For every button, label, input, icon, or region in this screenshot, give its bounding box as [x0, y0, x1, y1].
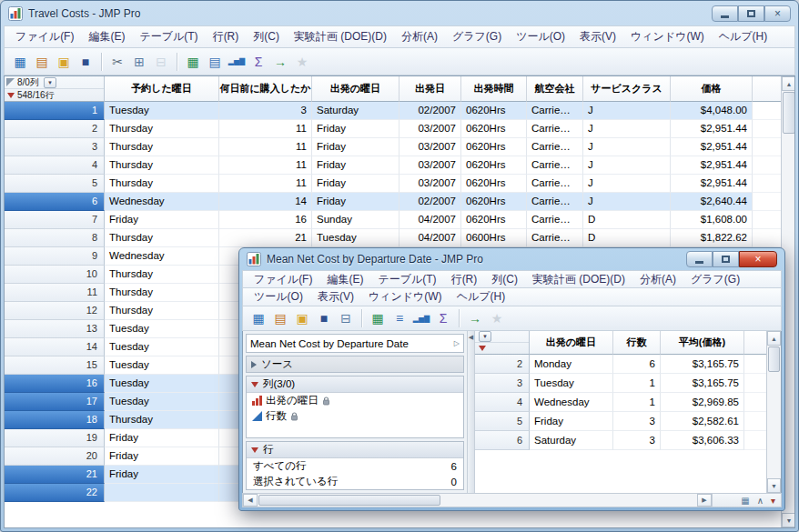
save-table-icon[interactable]: ■	[314, 308, 334, 328]
row-number-cell[interactable]: 3	[5, 138, 105, 156]
row-number-cell[interactable]: 22	[5, 484, 105, 502]
row-number-cell[interactable]: 9	[5, 247, 105, 266]
row-number-cell[interactable]: 5	[475, 412, 530, 431]
popup-horizontal-scrollbar[interactable]: ◀ ▶ ▦ ∧ ▾	[242, 493, 782, 507]
menu-item[interactable]: 編集(E)	[81, 26, 132, 47]
cell[interactable]: Friday	[312, 156, 400, 175]
row-number-cell[interactable]: 6	[5, 193, 105, 211]
row-number-cell[interactable]: 10	[5, 266, 105, 284]
row-number-cell[interactable]: 12	[5, 302, 105, 320]
menu-item[interactable]: 分析(A)	[632, 269, 683, 290]
row-number-cell[interactable]: 16	[5, 375, 105, 393]
menu-item[interactable]: ツール(O)	[247, 286, 310, 307]
cell[interactable]: $2,951.44	[671, 156, 753, 175]
cell[interactable]: Wednesday	[530, 393, 613, 412]
popup-minimize-button[interactable]	[686, 251, 713, 267]
source-panel[interactable]: ソース	[246, 356, 464, 373]
cell[interactable]: Wednesday	[105, 247, 219, 266]
menu-item[interactable]: ヘルプ(H)	[712, 26, 775, 47]
chart-icon[interactable]: ▂▅▇	[411, 308, 431, 328]
new-journal-icon[interactable]: ▤	[32, 52, 52, 72]
cell[interactable]: 11	[219, 120, 312, 138]
cell[interactable]: 1	[613, 393, 661, 412]
cell[interactable]: $2,640.44	[671, 193, 753, 211]
row-number-cell[interactable]: 6	[475, 431, 530, 450]
popup-close-button[interactable]: ×	[739, 251, 777, 267]
cell[interactable]: Thursday	[105, 411, 219, 429]
row-number-cell[interactable]: 2	[5, 120, 105, 138]
scroll-thumb[interactable]	[258, 495, 440, 506]
cell[interactable]: Friday	[312, 120, 400, 138]
menu-item[interactable]: ファイル(F)	[8, 26, 81, 47]
main-titlebar[interactable]: Travel Costs - JMP Pro ×	[4, 1, 795, 25]
column-header[interactable]: 出発の曜日	[312, 76, 400, 102]
cell[interactable]: Monday	[530, 355, 613, 374]
cell[interactable]: 3	[613, 431, 661, 450]
row-number-cell[interactable]: 8	[5, 229, 105, 247]
run-script-icon[interactable]: →	[465, 308, 485, 328]
cell[interactable]: 04/2007	[400, 211, 461, 229]
row-number-cell[interactable]: 3	[475, 374, 530, 393]
cell[interactable]: Thursday	[105, 266, 219, 284]
cell[interactable]: $1,608.00	[671, 211, 753, 229]
cell[interactable]: 03/2007	[400, 120, 461, 138]
open-table-icon[interactable]: ▣	[292, 308, 312, 328]
row-number-cell[interactable]: 17	[5, 393, 105, 411]
minimize-button[interactable]	[712, 5, 738, 22]
column-item[interactable]: 出発の曜日	[247, 393, 463, 408]
rows-red-triangle-icon[interactable]	[7, 93, 15, 98]
cell[interactable]	[105, 484, 219, 502]
column-header[interactable]: 航空会社	[527, 76, 583, 102]
row-number-cell[interactable]: 7	[5, 211, 105, 229]
maximize-button[interactable]	[738, 5, 764, 22]
popup-columns-dropdown-button[interactable]: ▼	[479, 331, 491, 342]
cell[interactable]: 3	[613, 412, 661, 431]
cell[interactable]: 0620Hrs	[461, 156, 527, 175]
cell[interactable]: 0620Hrs	[461, 102, 527, 120]
copy-icon[interactable]: ⊞	[129, 52, 149, 72]
column-header[interactable]: 予約した曜日	[105, 76, 219, 102]
cell[interactable]: 0600Hrs	[461, 229, 527, 247]
cell[interactable]: Wednesday	[105, 193, 219, 211]
red-triangle-icon[interactable]: ▾	[771, 496, 775, 506]
row-number-cell[interactable]: 18	[5, 411, 105, 429]
cell[interactable]: Tuesday	[105, 338, 219, 356]
chart-icon[interactable]: ▂▅▇	[227, 52, 247, 72]
cell[interactable]: Tuesday	[312, 229, 400, 247]
menu-item[interactable]: ウィンドウ(W)	[623, 26, 712, 47]
cell[interactable]: 04/2007	[400, 229, 461, 247]
menu-item[interactable]: グラフ(G)	[683, 269, 747, 290]
scroll-track[interactable]	[441, 494, 697, 507]
cell[interactable]: $2,951.44	[671, 120, 753, 138]
formula-icon[interactable]: Σ	[433, 308, 453, 328]
cell[interactable]: Sunday	[312, 211, 400, 229]
menu-item[interactable]: グラフ(G)	[445, 26, 509, 47]
scroll-thumb[interactable]	[768, 346, 780, 372]
run-script-icon[interactable]: →	[270, 52, 290, 72]
column-header[interactable]: 平均(価格)	[661, 331, 744, 355]
cell[interactable]: 21	[219, 229, 312, 247]
cell[interactable]: Thursday	[105, 156, 219, 175]
cut-icon[interactable]: ✂	[107, 52, 127, 72]
cell[interactable]: J	[583, 193, 671, 211]
disclosure-triangle-icon[interactable]	[251, 361, 257, 368]
cell[interactable]: $2,951.44	[671, 175, 753, 193]
cell[interactable]: $2,951.44	[671, 138, 753, 156]
row-number-cell[interactable]: 4	[5, 156, 105, 175]
menu-item[interactable]: 表示(V)	[572, 26, 623, 47]
table-panel-title[interactable]: Mean Net Cost by Departure Date ▷	[246, 334, 464, 353]
grid-small-icon[interactable]: ▦	[741, 496, 749, 506]
cell[interactable]: 02/2007	[400, 193, 461, 211]
menu-item[interactable]: 表示(V)	[310, 286, 361, 307]
column-item[interactable]: 行数	[247, 408, 463, 424]
column-header[interactable]: 行数	[613, 331, 661, 355]
cell[interactable]: 02/2007	[400, 102, 461, 120]
cell[interactable]: Carrie…	[527, 175, 583, 193]
summary-table-icon[interactable]: ▤	[205, 52, 225, 72]
cell[interactable]: $2,582.61	[661, 412, 744, 431]
cell[interactable]: Carrie…	[527, 229, 583, 247]
menu-item[interactable]: ウィンドウ(W)	[361, 286, 450, 307]
paste-icon[interactable]: ⊟	[336, 308, 356, 328]
cell[interactable]: $3,165.75	[661, 355, 744, 374]
cell[interactable]: Friday	[105, 447, 219, 466]
